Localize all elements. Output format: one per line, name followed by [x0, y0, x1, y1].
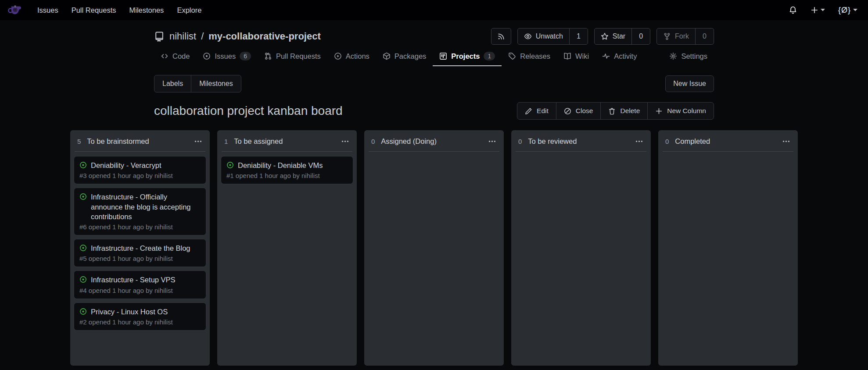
- labels-milestones-group: Labels Milestones: [154, 75, 241, 92]
- column-title: To be reviewed: [528, 137, 577, 146]
- fork-icon: [663, 32, 671, 40]
- column-header: 0 Completed: [658, 130, 798, 151]
- book-icon: [563, 52, 571, 60]
- issue-title: Infrastructure - Officially announce the…: [91, 192, 201, 221]
- star-button-group: Star 0: [594, 28, 650, 45]
- kanban-board: 5 To be brainstormed Deniability - Verac…: [70, 130, 798, 366]
- star-button[interactable]: Star: [595, 28, 631, 44]
- tab-releases[interactable]: Releases: [502, 48, 557, 66]
- issue-meta: #5 opened 1 hour ago by nihilist: [79, 255, 201, 262]
- column-cards: Deniability - Deniable VMs #1 opened 1 h…: [217, 152, 357, 366]
- board-column-completed: 0 Completed: [658, 130, 798, 366]
- issue-card[interactable]: Deniability - Deniable VMs #1 opened 1 h…: [221, 156, 353, 184]
- issue-card[interactable]: Privacy - Linux Host OS #2 opened 1 hour…: [74, 302, 206, 331]
- column-menu-kebab-icon[interactable]: [634, 136, 644, 146]
- issue-opened-icon: [203, 52, 211, 60]
- gitea-logo-icon[interactable]: [7, 3, 22, 18]
- edit-button[interactable]: Edit: [517, 103, 556, 119]
- nav-link-explore[interactable]: Explore: [170, 2, 208, 19]
- issue-card[interactable]: Infrastructure - Setup VPS #4 opened 1 h…: [74, 270, 206, 299]
- repo-tabs: Code Issues 6 Pull Requests Actions: [154, 47, 714, 66]
- repo-separator: /: [201, 31, 204, 42]
- repo-owner-link[interactable]: nihilist: [169, 31, 196, 42]
- unwatch-button[interactable]: Unwatch: [518, 28, 569, 44]
- nav-link-milestones[interactable]: Milestones: [123, 2, 171, 19]
- trash-icon: [608, 107, 616, 115]
- column-menu-kebab-icon[interactable]: [487, 136, 497, 146]
- create-new-dropdown[interactable]: [807, 4, 829, 17]
- column-card-count: 0: [665, 138, 669, 145]
- nav-link-issues[interactable]: Issues: [31, 2, 65, 19]
- column-title: Assigned (Doing): [381, 137, 437, 146]
- star-icon: [601, 32, 609, 40]
- project-board-icon: [439, 52, 447, 60]
- column-cards: [511, 152, 651, 366]
- tab-actions[interactable]: Actions: [327, 48, 376, 66]
- milestones-button[interactable]: Milestones: [191, 75, 240, 92]
- issue-card[interactable]: Infrastructure - Officially announce the…: [74, 188, 206, 235]
- fork-button-group: Fork 0: [656, 28, 714, 45]
- git-pull-request-icon: [264, 52, 272, 60]
- column-menu-kebab-icon[interactable]: [781, 136, 791, 146]
- repo-title: nihilist / my-collaborative-project: [154, 31, 321, 42]
- caret-down-icon: [853, 9, 857, 11]
- close-button[interactable]: Close: [556, 103, 601, 119]
- column-title: To be assigned: [234, 137, 283, 146]
- column-cards: [658, 152, 798, 366]
- issue-card[interactable]: Deniability - Veracrypt #3 opened 1 hour…: [74, 156, 206, 184]
- delete-button[interactable]: Delete: [600, 103, 647, 119]
- issues-count-badge: 6: [240, 52, 251, 60]
- issue-meta: #1 opened 1 hour ago by nihilist: [226, 172, 348, 179]
- column-header: 0 To be reviewed: [511, 130, 651, 151]
- column-cards: [364, 152, 504, 366]
- column-cards: Deniability - Veracrypt #3 opened 1 hour…: [70, 152, 210, 366]
- tab-packages[interactable]: Packages: [376, 48, 433, 66]
- new-issue-button[interactable]: New Issue: [665, 75, 714, 92]
- rss-button[interactable]: [491, 28, 511, 45]
- tab-pull-requests[interactable]: Pull Requests: [258, 48, 327, 66]
- column-title: To be brainstormed: [87, 137, 149, 146]
- projects-count-badge: 1: [484, 52, 495, 60]
- issue-meta: #4 opened 1 hour ago by nihilist: [79, 287, 201, 294]
- issue-title: Deniability - Deniable VMs: [238, 160, 323, 170]
- tab-issues[interactable]: Issues 6: [196, 47, 257, 66]
- issue-title: Deniability - Veracrypt: [91, 160, 161, 170]
- eye-icon: [524, 32, 532, 40]
- column-header: 5 To be brainstormed: [70, 130, 210, 151]
- forks-count[interactable]: 0: [695, 28, 714, 44]
- nav-link-pull-requests[interactable]: Pull Requests: [65, 2, 123, 19]
- issue-opened-icon: [79, 308, 87, 315]
- play-circle-icon: [334, 52, 342, 60]
- rss-icon: [497, 32, 505, 40]
- column-card-count: 0: [371, 138, 375, 145]
- column-card-count: 5: [77, 138, 81, 145]
- issue-opened-icon: [79, 276, 87, 283]
- avatar: {Ø}: [838, 6, 851, 15]
- user-avatar-dropdown[interactable]: {Ø}: [835, 3, 861, 18]
- column-title: Completed: [675, 137, 710, 146]
- repo-name-link[interactable]: my-collaborative-project: [208, 31, 321, 42]
- issue-title: Privacy - Linux Host OS: [91, 307, 168, 317]
- stars-count[interactable]: 0: [631, 28, 650, 44]
- issue-meta: #2 opened 1 hour ago by nihilist: [79, 318, 201, 326]
- board-column-to-be-reviewed: 0 To be reviewed: [511, 130, 651, 366]
- tab-projects[interactable]: Projects 1: [433, 47, 502, 66]
- tab-wiki[interactable]: Wiki: [557, 48, 595, 66]
- column-menu-kebab-icon[interactable]: [340, 136, 350, 146]
- gear-icon: [669, 52, 677, 60]
- watchers-count[interactable]: 1: [569, 28, 588, 44]
- labels-button[interactable]: Labels: [154, 75, 191, 92]
- circle-slash-icon: [564, 107, 571, 115]
- column-menu-kebab-icon[interactable]: [193, 136, 203, 146]
- issue-opened-icon: [79, 161, 87, 169]
- tab-activity[interactable]: Activity: [595, 48, 643, 66]
- unwatch-button-group: Unwatch 1: [517, 28, 588, 45]
- tab-settings[interactable]: Settings: [663, 48, 714, 66]
- fork-button[interactable]: Fork: [657, 28, 695, 44]
- board-column-to-be-assigned: 1 To be assigned Deniability - Deniable …: [217, 130, 357, 366]
- tab-code[interactable]: Code: [154, 48, 196, 66]
- pencil-icon: [525, 107, 532, 115]
- new-column-button[interactable]: New Column: [647, 103, 714, 119]
- issue-card[interactable]: Infrastructure - Create the Blog #5 open…: [74, 239, 206, 267]
- notifications-bell-icon[interactable]: [785, 3, 801, 17]
